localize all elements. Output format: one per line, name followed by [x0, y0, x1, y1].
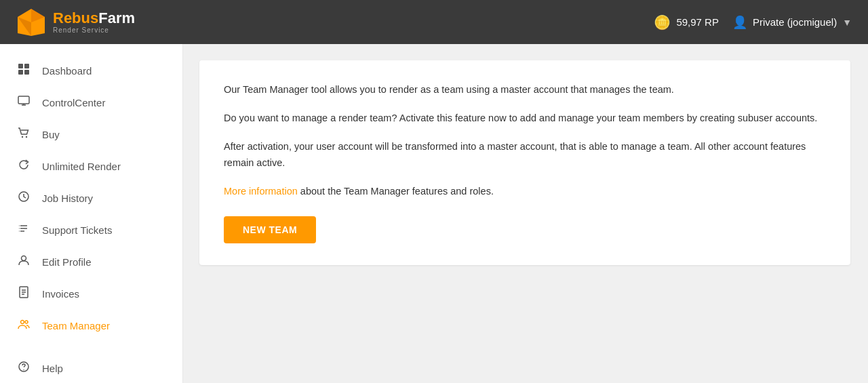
svg-point-11 [26, 136, 27, 138]
main-layout: Dashboard ControlCenter Buy Unlimited Re… [0, 44, 868, 383]
sidebar-label-jobhistory: Job History [42, 193, 93, 204]
svg-point-27 [23, 369, 24, 370]
svg-rect-6 [24, 70, 29, 75]
sidebar-label-invoices: Invoices [42, 288, 79, 300]
logo: RebusFarm Render Service [16, 7, 135, 37]
svg-point-24 [21, 321, 24, 324]
sidebar-item-teammanager[interactable]: Team Manager [0, 310, 182, 342]
sidebar-item-invoices[interactable]: Invoices [0, 278, 182, 310]
person-icon [16, 254, 31, 270]
sidebar-label-unlimitedrender: Unlimited Render [42, 161, 121, 172]
sidebar-label-buy: Buy [42, 129, 60, 140]
coins-icon: 🪙 [654, 14, 671, 31]
svg-point-10 [22, 136, 23, 138]
sidebar: Dashboard ControlCenter Buy Unlimited Re… [0, 44, 183, 383]
svg-rect-5 [18, 70, 23, 75]
user-menu[interactable]: 👤 Private (jocmiguel) ▼ [732, 15, 852, 30]
refresh-icon [16, 159, 31, 174]
svg-point-25 [25, 321, 28, 323]
team-manager-para2: Do you want to manage a render team? Act… [224, 110, 826, 127]
main-content: Our Team Manager tool allows you to rend… [183, 44, 868, 383]
team-icon [16, 318, 31, 334]
team-manager-para3: After activation, your user account will… [224, 139, 826, 172]
svg-rect-7 [18, 96, 29, 104]
sidebar-item-jobhistory[interactable]: Job History [0, 182, 182, 214]
sidebar-label-editprofile: Edit Profile [42, 256, 92, 268]
team-manager-card: Our Team Manager tool allows you to rend… [199, 60, 850, 265]
sidebar-item-unlimitedrender[interactable]: Unlimited Render [0, 150, 182, 182]
sidebar-label-teammanager: Team Manager [42, 320, 110, 331]
cart-icon [16, 127, 31, 142]
sidebar-item-dashboard[interactable]: Dashboard [0, 55, 182, 87]
team-manager-para1: Our Team Manager tool allows you to rend… [224, 82, 826, 98]
app-header: RebusFarm Render Service 🪙 59,97 RP 👤 Pr… [0, 0, 868, 44]
logo-name: RebusFarm [53, 10, 135, 26]
clock-icon [16, 190, 31, 206]
sidebar-label-supporttickets: Support Tickets [42, 224, 112, 236]
header-right: 🪙 59,97 RP 👤 Private (jocmiguel) ▼ [654, 14, 852, 31]
svg-rect-3 [18, 64, 23, 68]
sidebar-item-controlcenter[interactable]: ControlCenter [0, 87, 182, 119]
sidebar-item-buy[interactable]: Buy [0, 119, 182, 150]
sidebar-item-supporttickets[interactable]: Support Tickets [0, 214, 182, 246]
user-label: Private (jocmiguel) [753, 16, 837, 28]
sidebar-nav: Dashboard ControlCenter Buy Unlimited Re… [0, 55, 182, 342]
list-icon [16, 222, 31, 238]
svg-rect-4 [24, 64, 29, 68]
file-icon [16, 286, 31, 302]
sidebar-label-dashboard: Dashboard [42, 65, 92, 77]
para4-rest: about the Team Manager features and role… [298, 186, 494, 197]
more-information-link[interactable]: More information [224, 186, 298, 197]
team-manager-para4: More information about the Team Manager … [224, 184, 826, 200]
sidebar-label-controlcenter: ControlCenter [42, 97, 105, 108]
new-team-button[interactable]: NEW TEAM [224, 216, 316, 243]
logo-text: RebusFarm Render Service [53, 10, 135, 34]
user-icon: 👤 [732, 15, 747, 30]
dashboard-icon [16, 63, 31, 79]
question-icon [16, 361, 31, 376]
svg-point-19 [22, 256, 26, 261]
sidebar-label-help: Help [42, 363, 63, 374]
sidebar-item-help[interactable]: Help [0, 352, 182, 383]
coins-display: 🪙 59,97 RP [654, 14, 719, 31]
sidebar-item-editprofile[interactable]: Edit Profile [0, 246, 182, 278]
logo-subtitle: Render Service [53, 26, 135, 34]
sidebar-bottom: Help V 2.1.0 [0, 352, 182, 383]
logo-icon [16, 7, 46, 37]
coins-value: 59,97 RP [676, 16, 719, 28]
chevron-down-icon: ▼ [842, 17, 852, 28]
monitor-icon [16, 95, 31, 110]
